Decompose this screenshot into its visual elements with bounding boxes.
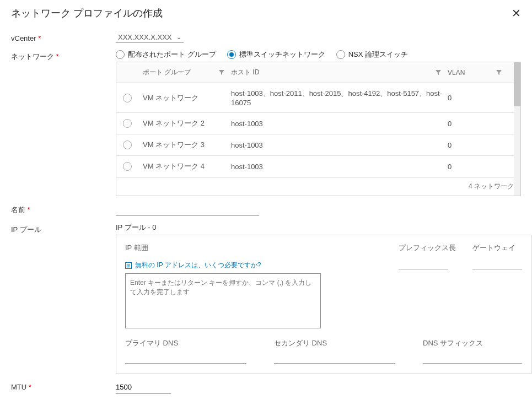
vcenter-label: vCenter <box>11 32 116 42</box>
radio-label: NSX 論理スイッチ <box>348 50 408 60</box>
row-radio[interactable] <box>123 140 132 149</box>
dns-suffix-label: DNS サフィックス <box>423 338 522 348</box>
vcenter-select[interactable]: XXX.XXX.X.XXX ⌄ <box>116 32 184 43</box>
cell-port-group: VM ネットワーク 4 <box>143 161 231 171</box>
cell-vlan: 0 <box>448 163 508 171</box>
radio-standard-switch-network[interactable]: 標準スイッチネットワーク <box>227 50 325 60</box>
cell-port-group: VM ネットワーク 3 <box>143 140 231 150</box>
filter-icon[interactable] <box>436 70 441 75</box>
table-row[interactable]: VM ネットワーク 2host-10030 <box>116 113 520 134</box>
col-port-group: ポート グループ <box>143 68 191 77</box>
network-type-radio-group: 配布されたポート グループ標準スイッチネットワークNSX 論理スイッチ <box>116 50 521 60</box>
secondary-dns-input[interactable] <box>274 350 395 364</box>
page-title: ネットワーク プロファイルの作成 <box>11 7 163 20</box>
primary-dns-input[interactable] <box>125 350 246 364</box>
dns-suffix-input[interactable] <box>423 350 522 364</box>
gateway-label: ゲートウェイ <box>472 243 522 253</box>
prefix-label: プレフィックス長 <box>399 243 456 253</box>
cell-host-id: host-1003 <box>231 141 448 149</box>
vcenter-value: XXX.XXX.X.XXX <box>118 33 172 41</box>
primary-dns-label: プライマリ DNS <box>125 338 257 348</box>
chevron-down-icon: ⌄ <box>176 34 181 41</box>
radio-nsx-logical-switch[interactable]: NSX 論理スイッチ <box>336 50 408 60</box>
cell-vlan: 0 <box>448 94 508 102</box>
cell-host-id: host-1003 <box>231 163 448 171</box>
network-table: ポート グループ ホスト ID VLAN VM ネットワークhost-1003、… <box>116 62 521 196</box>
radio-circle-icon <box>116 50 125 59</box>
mtu-label: MTU <box>11 381 116 391</box>
table-row[interactable]: VM ネットワークhost-1003、host-2011、host-2015、h… <box>116 83 520 113</box>
cell-vlan: 0 <box>448 120 508 128</box>
col-host-id: ホスト ID <box>231 68 259 77</box>
scrollbar-thumb[interactable] <box>514 62 520 106</box>
radio-label: 配布されたポート グループ <box>128 50 216 60</box>
mtu-input[interactable] <box>116 381 171 394</box>
ip-range-textarea[interactable] <box>125 273 321 328</box>
cell-host-id: host-1003、host-2011、host-2015、host-4192、… <box>231 89 448 107</box>
scrollbar[interactable] <box>514 62 520 196</box>
gateway-input[interactable] <box>472 256 522 269</box>
cell-port-group: VM ネットワーク <box>143 93 231 103</box>
row-radio[interactable] <box>123 94 132 102</box>
table-header: ポート グループ ホスト ID VLAN <box>116 62 520 83</box>
name-input[interactable] <box>116 203 259 216</box>
table-row[interactable]: VM ネットワーク 4host-10030 <box>116 156 520 177</box>
prefix-input[interactable] <box>399 256 448 269</box>
radio-distributed-port-group[interactable]: 配布されたポート グループ <box>116 50 216 60</box>
table-row[interactable]: VM ネットワーク 3host-10030 <box>116 134 520 156</box>
table-footer: 4 ネットワーク <box>116 177 520 196</box>
ip-pool-label: IP プール <box>11 223 116 235</box>
ip-help-link[interactable]: ⊞ 無料の IP アドレスは、いくつ必要ですか? <box>125 261 382 270</box>
name-label: 名前 <box>11 203 116 215</box>
filter-icon[interactable] <box>496 70 502 75</box>
ip-range-label: IP 範囲 <box>125 243 382 253</box>
filter-icon[interactable] <box>219 70 224 75</box>
network-label: ネットワーク <box>11 50 116 62</box>
col-vlan: VLAN <box>448 69 465 77</box>
ip-pool-box: IP 範囲 ⊞ 無料の IP アドレスは、いくつ必要ですか? プレフィックス長 … <box>116 235 531 374</box>
radio-circle-icon <box>336 50 345 59</box>
ip-pool-title: IP プール - 0 <box>116 223 531 233</box>
cell-port-group: VM ネットワーク 2 <box>143 118 231 128</box>
cell-vlan: 0 <box>448 141 508 149</box>
calculator-icon: ⊞ <box>125 262 132 269</box>
ip-help-text: 無料の IP アドレスは、いくつ必要ですか? <box>135 261 261 270</box>
cell-host-id: host-1003 <box>231 120 448 128</box>
radio-circle-icon <box>227 50 236 59</box>
row-radio[interactable] <box>123 119 132 128</box>
secondary-dns-label: セカンダリ DNS <box>274 338 406 348</box>
close-icon[interactable]: ✕ <box>512 7 521 20</box>
row-radio[interactable] <box>123 162 132 171</box>
radio-label: 標準スイッチネットワーク <box>239 50 325 60</box>
